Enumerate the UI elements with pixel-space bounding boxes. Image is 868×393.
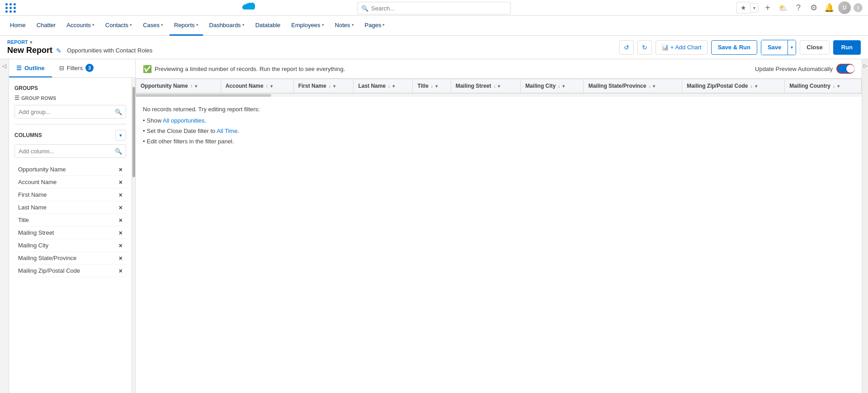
redo-button[interactable]: ↻ xyxy=(637,40,652,55)
th-mailing-zip-sort-icon[interactable]: ↓ xyxy=(750,84,753,89)
th-opportunity-name-filter-icon[interactable]: ▾ xyxy=(195,84,197,89)
th-mailing-city-filter-icon[interactable]: ▾ xyxy=(562,84,565,89)
remove-title-button[interactable]: × xyxy=(119,217,123,223)
add-button[interactable]: + xyxy=(761,1,774,14)
remove-mailing-zip-button[interactable]: × xyxy=(119,268,123,274)
th-mailing-street-filter-icon[interactable]: ▾ xyxy=(498,84,500,89)
settings-button[interactable]: ⚙ xyxy=(807,1,820,14)
add-group-search[interactable]: 🔍 xyxy=(14,105,126,118)
close-button[interactable]: Close xyxy=(800,40,829,55)
th-last-name[interactable]: Last Name ↓ ▾ xyxy=(354,79,413,93)
nav-item-dashboards[interactable]: Dashboards ▾ xyxy=(205,16,249,36)
add-column-input[interactable] xyxy=(19,148,115,155)
edit-report-name-icon[interactable]: ✎ xyxy=(56,47,61,54)
filters-count-badge: 3 xyxy=(85,64,94,72)
th-account-name-filter-icon[interactable]: ▾ xyxy=(270,84,273,89)
remove-last-name-button[interactable]: × xyxy=(119,204,123,211)
add-chart-button[interactable]: 📊 + Add Chart xyxy=(656,40,708,55)
help-button[interactable]: ? xyxy=(792,1,805,14)
update-preview-toggle[interactable] xyxy=(836,64,854,74)
th-opportunity-name[interactable]: Opportunity Name ↑ ▾ xyxy=(136,79,221,93)
nav-item-home[interactable]: Home xyxy=(5,16,30,36)
th-first-name[interactable]: First Name ↓ ▾ xyxy=(293,79,354,93)
notifications-button[interactable]: 🔔 xyxy=(823,1,835,14)
left-panel-scrollbar[interactable] xyxy=(132,78,135,393)
columns-dropdown-button[interactable]: ▾ xyxy=(115,130,126,141)
th-mailing-city[interactable]: Mailing City ↓ ▾ xyxy=(520,79,584,93)
nav-item-cases-label: Cases xyxy=(143,22,160,28)
nav-item-employees[interactable]: Employees ▾ xyxy=(287,16,328,36)
nav-dots-grid[interactable] xyxy=(5,3,16,13)
group-rows-icon: ☰ xyxy=(14,95,19,101)
nav-item-notes[interactable]: Notes ▾ xyxy=(330,16,359,36)
undo-button[interactable]: ↺ xyxy=(619,40,634,55)
table-wrapper[interactable]: Opportunity Name ↑ ▾ Account Name ↑ ▾ xyxy=(136,79,862,393)
th-mailing-state-sort-icon[interactable]: ↓ xyxy=(648,84,651,89)
add-chart-label: + Add Chart xyxy=(670,44,702,51)
remove-mailing-city-button[interactable]: × xyxy=(119,242,123,249)
th-title-sort-icon[interactable]: ↓ xyxy=(431,84,433,89)
search-input[interactable] xyxy=(371,5,507,12)
remove-mailing-street-button[interactable]: × xyxy=(119,230,123,236)
info-circle[interactable]: i xyxy=(854,3,863,12)
nav-item-pages[interactable]: Pages ▾ xyxy=(360,16,390,36)
nav-item-reports[interactable]: Reports ▾ xyxy=(170,16,203,36)
th-mailing-state[interactable]: Mailing State/Province ↓ ▾ xyxy=(584,79,682,93)
data-table: Opportunity Name ↑ ▾ Account Name ↑ ▾ xyxy=(136,79,862,93)
accounts-chevron-icon: ▾ xyxy=(92,23,94,27)
th-mailing-state-filter-icon[interactable]: ▾ xyxy=(653,84,655,89)
th-mailing-country-filter-icon[interactable]: ▾ xyxy=(837,84,840,89)
help-assistant-button[interactable]: ⛅ xyxy=(777,1,789,14)
remove-first-name-button[interactable]: × xyxy=(119,192,123,198)
all-opportunities-link[interactable]: All opportunities xyxy=(163,117,205,124)
all-time-link[interactable]: All Time xyxy=(217,128,237,134)
th-mailing-zip-label: Mailing Zip/Postal Code xyxy=(687,83,748,89)
th-mailing-country[interactable]: Mailing Country ↓ ▾ xyxy=(785,79,862,93)
nav-item-datatable[interactable]: Datatable xyxy=(251,16,285,36)
salesforce-logo[interactable] xyxy=(239,1,255,14)
th-account-name[interactable]: Account Name ↑ ▾ xyxy=(221,79,293,93)
th-mailing-street-sort-icon[interactable]: ↓ xyxy=(493,84,495,89)
th-first-name-filter-icon[interactable]: ▾ xyxy=(333,84,335,89)
th-title[interactable]: Title ↓ ▾ xyxy=(413,79,451,93)
nav-item-chatter[interactable]: Chatter xyxy=(32,16,61,36)
favorites-star-button[interactable]: ★ xyxy=(736,2,750,14)
nav-item-accounts[interactable]: Accounts ▾ xyxy=(62,16,99,36)
tab-filters[interactable]: ⊟ Filters 3 xyxy=(52,59,101,77)
th-mailing-zip-filter-icon[interactable]: ▾ xyxy=(755,84,757,89)
nav-item-cases[interactable]: Cases ▾ xyxy=(138,16,168,36)
save-dropdown-button[interactable]: ▾ xyxy=(788,40,796,55)
right-panel-toggle[interactable]: ▷ xyxy=(862,59,868,393)
remove-account-name-button[interactable]: × xyxy=(119,179,123,185)
report-breadcrumb: REPORT ▾ xyxy=(7,39,152,45)
th-mailing-city-sort-icon[interactable]: ↓ xyxy=(558,84,560,89)
th-mailing-country-sort-icon[interactable]: ↓ xyxy=(833,84,835,89)
user-avatar[interactable]: U xyxy=(838,1,851,14)
run-button[interactable]: Run xyxy=(833,40,861,55)
th-mailing-zip[interactable]: Mailing Zip/Postal Code ↓ ▾ xyxy=(682,79,785,93)
th-title-filter-icon[interactable]: ▾ xyxy=(435,84,438,89)
add-column-search[interactable]: 🔍 xyxy=(14,144,126,158)
horizontal-scroll-area[interactable] xyxy=(136,93,862,97)
reports-chevron-icon: ▾ xyxy=(196,23,198,27)
left-panel-scroll-thumb[interactable] xyxy=(132,87,135,177)
th-last-name-filter-icon[interactable]: ▾ xyxy=(392,84,395,89)
th-last-name-sort-icon[interactable]: ↓ xyxy=(388,84,390,89)
breadcrumb-dropdown-icon[interactable]: ▾ xyxy=(30,40,32,45)
save-button[interactable]: Save xyxy=(761,40,788,55)
main-content: ◁ ☰ Outline ⊟ Filters 3 Groups ☰ GROUP R… xyxy=(0,59,868,393)
save-run-button[interactable]: Save & Run xyxy=(711,40,757,55)
favorites-dropdown-button[interactable]: ▾ xyxy=(750,3,759,13)
th-opportunity-name-sort-asc-icon[interactable]: ↑ xyxy=(190,84,193,89)
horizontal-scroll-thumb[interactable] xyxy=(136,94,271,97)
th-first-name-sort-icon[interactable]: ↓ xyxy=(329,84,331,89)
th-account-name-sort-icon[interactable]: ↑ xyxy=(266,84,268,89)
tab-outline[interactable]: ☰ Outline xyxy=(9,59,52,77)
add-group-input[interactable] xyxy=(19,109,115,115)
remove-opportunity-name-button[interactable]: × xyxy=(119,166,123,173)
remove-mailing-state-button[interactable]: × xyxy=(119,255,123,261)
nav-item-contacts[interactable]: Contacts ▾ xyxy=(101,16,137,36)
th-mailing-street[interactable]: Mailing Street ↓ ▾ xyxy=(451,79,520,93)
favorites-group: ★ ▾ xyxy=(736,2,759,14)
side-panel-toggle[interactable]: ◁ xyxy=(0,59,9,393)
